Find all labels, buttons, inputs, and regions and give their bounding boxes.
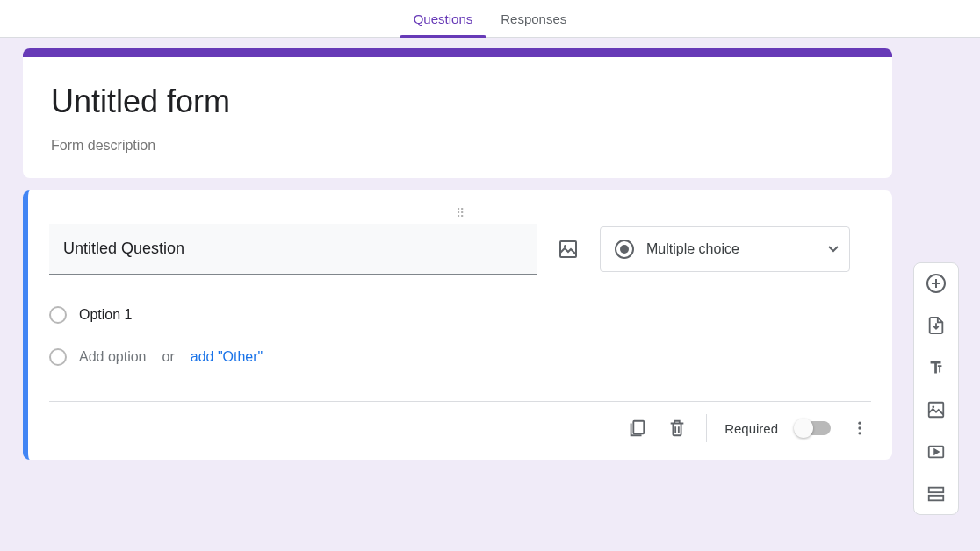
- add-image-icon[interactable]: [558, 239, 579, 260]
- delete-icon[interactable]: [666, 417, 688, 440]
- svg-point-1: [564, 245, 566, 247]
- import-questions-icon[interactable]: [925, 314, 948, 337]
- question-type-selector[interactable]: Multiple choice: [600, 226, 850, 272]
- add-option-button[interactable]: Add option: [79, 349, 147, 365]
- option-label[interactable]: Option 1: [79, 307, 132, 323]
- svg-point-4: [858, 426, 861, 429]
- form-title-input[interactable]: [51, 76, 864, 124]
- tab-questions[interactable]: Questions: [400, 0, 487, 38]
- header-tabs: Questions Responses: [0, 0, 980, 38]
- more-options-icon[interactable]: [848, 417, 871, 440]
- content-area: ⠿ Multiple choice Option 1: [0, 38, 980, 460]
- add-option-row: Add option or add "Other": [49, 336, 871, 378]
- option-row: Option 1: [49, 294, 871, 336]
- question-title-input[interactable]: [49, 224, 537, 275]
- add-question-icon[interactable]: [925, 272, 948, 295]
- add-video-icon[interactable]: [925, 440, 948, 463]
- or-text: or: [162, 349, 175, 365]
- drag-handle-icon[interactable]: ⠿: [49, 206, 871, 224]
- options-area: Option 1 Add option or add "Other": [49, 294, 871, 378]
- add-other-button[interactable]: add "Other": [191, 349, 263, 365]
- side-toolbar: [913, 262, 959, 515]
- svg-point-3: [858, 422, 861, 425]
- add-title-icon[interactable]: [925, 356, 948, 379]
- svg-rect-11: [929, 496, 944, 501]
- add-section-icon[interactable]: [925, 483, 948, 505]
- required-label: Required: [724, 421, 778, 436]
- radio-icon: [49, 348, 67, 366]
- divider: [706, 414, 707, 442]
- question-card: ⠿ Multiple choice Option 1: [23, 190, 892, 460]
- form-container: ⠿ Multiple choice Option 1: [23, 48, 892, 460]
- required-toggle[interactable]: [796, 421, 831, 435]
- svg-rect-10: [929, 488, 944, 493]
- radio-icon: [49, 306, 67, 324]
- question-row: Multiple choice: [49, 224, 871, 275]
- radio-filled-icon: [615, 240, 634, 259]
- add-image-icon[interactable]: [925, 398, 948, 421]
- tab-responses[interactable]: Responses: [486, 0, 580, 38]
- card-footer: Required: [49, 402, 871, 449]
- duplicate-icon[interactable]: [625, 417, 648, 440]
- form-header-card: [23, 48, 892, 178]
- svg-point-5: [858, 432, 861, 434]
- chevron-down-icon: [828, 246, 839, 253]
- question-type-label: Multiple choice: [646, 241, 816, 257]
- svg-point-8: [932, 405, 934, 408]
- svg-rect-2: [633, 421, 644, 434]
- form-description-input[interactable]: [51, 138, 864, 154]
